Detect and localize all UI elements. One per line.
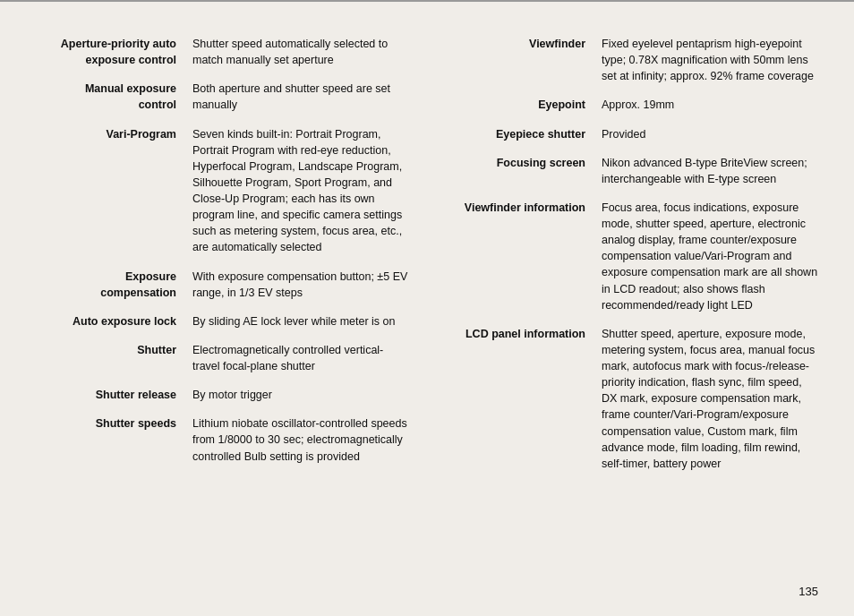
right-spec-row: EyepointApprox. 19mm [445, 97, 818, 113]
spec-value: By sliding AE lock lever while meter is … [192, 313, 409, 329]
right-spec-row: Focusing screenNikon advanced B-type Bri… [445, 155, 818, 187]
spec-value: By motor trigger [192, 387, 409, 403]
spec-label: Eyepiece shutter [445, 126, 602, 142]
right-spec-row: Viewfinder informationFocus area, focus … [445, 200, 818, 313]
spec-value: Provided [602, 126, 818, 142]
spec-label: Shutter speeds [36, 415, 192, 432]
spec-value: Nikon advanced B-type BriteView screen; … [602, 155, 818, 187]
left-spec-row: Shutter speedsLithium niobate oscillator… [36, 415, 409, 464]
right-spec-row: ViewfinderFixed eyelevel pentaprism high… [445, 36, 818, 84]
main-table: Aperture-priority autoexposure controlSh… [36, 36, 818, 589]
left-section: Aperture-priority autoexposure controlSh… [36, 36, 427, 589]
right-spec-row: Eyepiece shutterProvided [445, 126, 818, 142]
left-spec-row: Vari-ProgramSeven kinds built-in: Portra… [36, 126, 409, 256]
spec-label: Shutter release [36, 387, 192, 403]
page-content: Aperture-priority autoexposure controlSh… [0, 0, 854, 616]
spec-label: Manual exposurecontrol [36, 81, 192, 113]
spec-label: Viewfinder information [445, 200, 602, 216]
top-border [0, 0, 854, 2]
spec-value: Shutter speed, aperture, exposure mode, … [602, 326, 818, 472]
spec-value: Lithium niobate oscillator-controlled sp… [192, 415, 409, 464]
left-spec-row: ShutterElectromagnetically controlled ve… [36, 342, 409, 374]
spec-value: Fixed eyelevel pentaprism high-eyepoint … [602, 36, 818, 84]
spec-value: Approx. 19mm [602, 97, 818, 113]
spec-label: Viewfinder [445, 36, 602, 52]
spec-label: Focusing screen [445, 155, 602, 171]
spec-value: Shutter speed automatically selected to … [192, 36, 409, 68]
left-spec-row: Manual exposurecontrolBoth aperture and … [36, 81, 409, 113]
left-spec-row: Auto exposure lockBy sliding AE lock lev… [36, 313, 409, 329]
spec-value: Both aperture and shutter speed are set … [192, 81, 409, 113]
spec-value: With exposure compensation button; ±5 EV… [192, 269, 409, 301]
spec-label: Exposurecompensation [36, 269, 192, 301]
spec-label: Aperture-priority autoexposure control [36, 36, 192, 68]
spec-label: Vari-Program [36, 126, 192, 142]
left-spec-row: Shutter releaseBy motor trigger [36, 387, 409, 403]
spec-value: Seven kinds built-in: Portrait Program, … [192, 126, 409, 256]
spec-label: Auto exposure lock [36, 313, 192, 329]
spec-value: Electromagnetically controlled vertical-… [192, 342, 409, 374]
right-section: ViewfinderFixed eyelevel pentaprism high… [427, 36, 818, 589]
spec-label: Shutter [36, 342, 192, 358]
spec-value: Focus area, focus indications, exposure … [602, 200, 818, 313]
left-spec-row: Aperture-priority autoexposure controlSh… [36, 36, 409, 68]
spec-label: LCD panel information [445, 326, 602, 342]
page-number: 135 [798, 585, 818, 598]
left-spec-row: ExposurecompensationWith exposure compen… [36, 269, 409, 301]
right-spec-row: LCD panel informationShutter speed, aper… [445, 326, 818, 472]
spec-label: Eyepoint [445, 97, 602, 113]
